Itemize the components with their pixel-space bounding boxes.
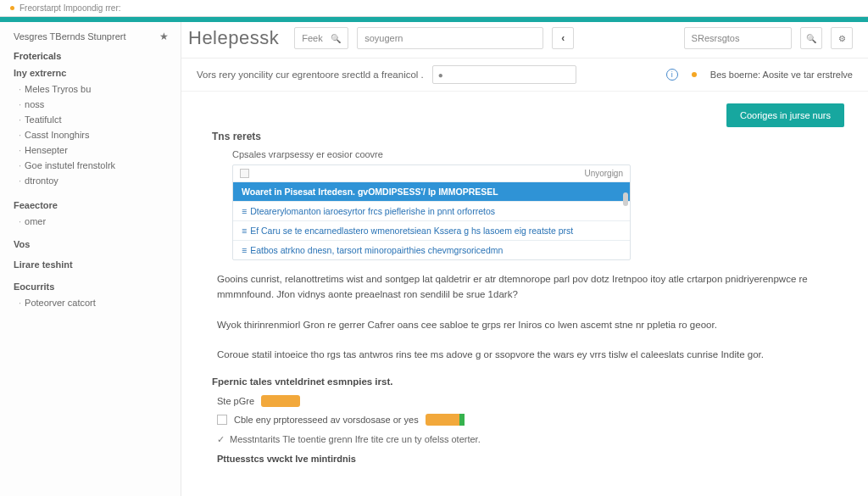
field-label: Feek <box>302 33 322 43</box>
scrollbar-thumb[interactable] <box>623 192 628 206</box>
sidebar-group-title: Vos <box>14 239 169 249</box>
sidebar-group-list: Poteorver catcort <box>19 295 169 310</box>
status-pill-progress <box>426 414 465 426</box>
sidebar-item[interactable]: noss <box>19 97 169 112</box>
sidebar-item[interactable]: Meles Tryros bu <box>19 81 169 97</box>
content-paragraph: Coroue statil intoeice tho rgs tas antwr… <box>217 348 844 363</box>
content-paragraph: Gooins cunrist, relanottretims wist and … <box>217 272 844 303</box>
search-input[interactable]: soyugern <box>357 27 543 49</box>
favorite-icon[interactable]: ★ <box>159 31 169 42</box>
listing-row[interactable]: ≡Ef Caru se te encarnedlastero wmenorets… <box>233 220 630 240</box>
browser-tab-label: Freorstarpt Impoondig rrer: <box>19 3 121 13</box>
main-column: Helepessk Feek soyugern SResrsgtos Vors … <box>181 22 868 496</box>
listing-row-text: Dtearerylomanton iaroesyrtor frcs piefle… <box>250 206 495 216</box>
content-paragraph: Wyok thirinrenmiorl Gron re gerrer Cafre… <box>217 318 844 333</box>
sub-header-text: Vors rery yoncility cur egrentoore srect… <box>197 70 424 80</box>
sidebar: Vesgres TBernds Stunprert ★ Frotericals … <box>0 22 181 496</box>
settings-button[interactable] <box>831 27 853 49</box>
cta-row: Cooriges in jurse nurs <box>212 103 844 127</box>
tab-indicator-dot <box>10 6 14 10</box>
listing-row-text: Ef Caru se te encarnedlastero wmenoretsi… <box>250 226 573 236</box>
checkbox-row: Cble eny prptoresseed av vorsdosase or y… <box>217 414 844 426</box>
browser-tab-bar: Freorstarpt Impoondig rrer: <box>0 0 868 17</box>
sidebar-group-title: Eocurrits <box>14 281 169 292</box>
footer-item: Messtntarits Tle toentie grenn Ifre tite… <box>217 434 844 445</box>
sidebar-group-list: omer <box>19 214 169 229</box>
topbar-right-input[interactable]: SResrsgtos <box>684 27 792 49</box>
listing-row-text: Eatbos atrkno dnesn, tarsort minoropairt… <box>250 245 503 255</box>
status-row: Ste pGre <box>217 395 844 407</box>
app-frame: Vesgres TBernds Stunprert ★ Frotericals … <box>0 22 868 496</box>
footer-item: Pttuesstcs vwckt Ive mintirdnis <box>217 454 844 464</box>
info-icon[interactable]: i <box>666 69 678 81</box>
sidebar-item[interactable]: Hensepter <box>19 142 169 158</box>
listing-row[interactable]: ≡Eatbos atrkno dnesn, tarsort minoropair… <box>233 240 630 259</box>
results-listing: Unyorgign Woaret in Pisesat Irtedesn. gv… <box>232 164 631 260</box>
listing-header: Unyorgign <box>233 165 630 181</box>
search-placeholder: soyugern <box>364 33 403 43</box>
sidebar-group-title: Iny extrernc <box>14 68 169 78</box>
top-bar: Helepessk Feek soyugern SResrsgtos <box>181 22 868 59</box>
sub-header-right: Bes boerne: Aosite ve tar erstrelve <box>710 70 853 80</box>
status-dot-icon <box>692 72 697 77</box>
right-input-label: SResrsgtos <box>692 33 740 43</box>
topbar-field-small[interactable]: Feek <box>294 27 348 49</box>
sidebar-brand: Vesgres TBernds Stunprert <box>14 31 125 42</box>
sidebar-group-title: Feaectore <box>14 200 169 210</box>
sidebar-item[interactable]: Goe instutel frenstolrk <box>19 158 169 173</box>
sidebar-item[interactable]: dtrontoy <box>19 173 169 188</box>
content-subheading: Fpernic tales vnteldrinet esmnpies irst. <box>212 376 844 387</box>
sidebar-item[interactable]: Casst Inonghirs <box>19 127 169 142</box>
back-button[interactable] <box>552 27 574 49</box>
status-pill <box>261 395 300 407</box>
checkbox[interactable] <box>217 415 227 425</box>
sidebar-group-list: Meles Tryros bu noss Teatifulct Casst In… <box>19 81 169 188</box>
listing-row[interactable]: ≡Dtearerylomanton iaroesyrtor frcs piefl… <box>233 201 630 220</box>
footer-text: Messtntarits Tle toentie grenn Ifre tite… <box>230 434 481 444</box>
sidebar-item[interactable]: Teatifulct <box>19 112 169 127</box>
checkbox-label: Cble eny prptoresseed av vorsdosase or y… <box>234 415 419 425</box>
app-title: Helepessk <box>188 27 279 49</box>
primary-cta-button[interactable]: Cooriges in jurse nurs <box>726 103 844 127</box>
checkbox-icon[interactable] <box>240 169 249 178</box>
listing-row-selected[interactable]: Woaret in Pisesat Irtedesn. gvOMDIPSESS'… <box>233 181 630 201</box>
search-icon <box>331 33 341 43</box>
sidebar-group-title: Lirare teshint <box>14 259 169 270</box>
search-button[interactable] <box>800 27 822 49</box>
sub-header: Vors rery yoncility cur egrentoore srect… <box>181 59 868 92</box>
sidebar-brand-row: Vesgres TBernds Stunprert ★ <box>14 31 169 42</box>
sidebar-item[interactable]: Poteorver catcort <box>19 295 169 310</box>
section-title: Tns rerets <box>212 131 844 142</box>
check-icon <box>217 434 230 444</box>
sidebar-item[interactable]: omer <box>19 214 169 229</box>
sub-header-field[interactable]: ● <box>432 65 576 84</box>
sidebar-heading: Frotericals <box>14 51 169 61</box>
content-area: Cooriges in jurse nurs Tns rerets Cpsale… <box>181 92 868 496</box>
listing-header-right: Unyorgign <box>584 169 623 178</box>
listing-label: Cpsales vrarpsessy er eosior coovre <box>232 149 844 159</box>
status-label: Ste pGre <box>217 396 254 406</box>
